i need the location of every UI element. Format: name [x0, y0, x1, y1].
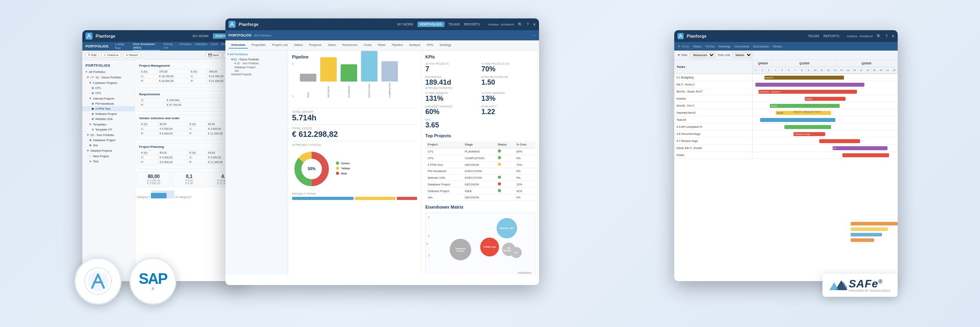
bubble-cp2[interactable]: CP2: [511, 247, 522, 258]
tab-properties[interactable]: Properties: [249, 42, 269, 49]
tree-all-portfolios[interactable]: ▾ All Portfolios: [227, 53, 286, 56]
help-icon[interactable]: ?: [526, 22, 529, 27]
tab-projectlist[interactable]: Project List: [269, 42, 290, 49]
tab-strategy[interactable]: Strategy: [437, 42, 454, 49]
settings-icon[interactable]: ✕: [533, 22, 536, 27]
sidebar-item-internal[interactable]: ▾ Internal Projects: [82, 96, 135, 101]
left-subnav-utilization[interactable]: Utilization: [195, 42, 208, 51]
task-bar-4[interactable]: Klakke: [805, 97, 846, 101]
revert-button[interactable]: ↩ Revert: [123, 53, 140, 58]
task-bar-11[interactable]: Ca: [833, 146, 888, 150]
task-bar-12[interactable]: [842, 153, 889, 157]
tab-dates[interactable]: Dates: [325, 42, 339, 49]
right-nav-docs[interactable]: Documents: [735, 45, 750, 48]
pipeline-title: Pipeline: [292, 54, 417, 59]
table-row: C:€ 4.000,00 C:€ 3.500,00: [140, 155, 239, 160]
right-nav-stream[interactable]: Stream: [773, 45, 782, 48]
sidebar-item-newproject[interactable]: ○ New Project: [82, 153, 135, 159]
center-user[interactable]: kristina - Kristina ▾: [488, 23, 514, 26]
scene: Planforge MY WORK PORTFOLIOS PORTFOLIOS …: [0, 0, 980, 327]
table-row: Jira DECISION 0%: [425, 194, 535, 201]
edit-button[interactable]: ✎ Edit: [85, 53, 99, 58]
sidebar-item-test[interactable]: Test: [82, 159, 135, 164]
left-subnav-costs[interactable]: Costs: [211, 42, 218, 51]
tab-pipeline[interactable]: Pipeline: [389, 42, 406, 49]
task-bar-1[interactable]: David B.: [764, 76, 844, 80]
sidebar-item-cp2[interactable]: CP2: [82, 91, 135, 96]
task-bar-7[interactable]: [760, 118, 835, 122]
sidebar-item-all-portfolios[interactable]: ▾ All Portfolios: [82, 69, 135, 74]
table-row: C:€ 18.150,00 C:€ 22.400,00: [140, 74, 239, 79]
center-nav-teams[interactable]: TEAMS: [448, 22, 460, 26]
week-15: 15: [845, 67, 851, 74]
sidebar-item-software[interactable]: Software Project: [82, 111, 135, 116]
center-nav-mywork[interactable]: MY WORK: [397, 22, 413, 26]
right-nav-teams[interactable]: TEAMS: [808, 34, 819, 38]
bubble-websiteusa[interactable]: Website USA: [497, 218, 517, 238]
status-dot: [498, 182, 501, 185]
tree-item-jira[interactable]: Jira: [227, 69, 286, 72]
task-bar-2[interactable]: [755, 83, 864, 87]
sidebar-item-deleted[interactable]: ▾ Deleted Projects: [82, 148, 135, 153]
tab-analyze[interactable]: Analyze: [407, 42, 423, 49]
task-bar-5[interactable]: Ann/C: [770, 104, 840, 108]
right-search-icon[interactable]: 🔍: [877, 34, 881, 38]
save-button[interactable]: 💾 Save: [206, 53, 221, 58]
tab-resources[interactable]: Resources: [339, 42, 360, 49]
gantt-quarter-row: Q4/2024 Q1/2025 Q2/2025: [753, 60, 898, 67]
week-19: 19: [871, 67, 878, 74]
task-bar-3[interactable]: Romeo/C°, Serge/C°: [759, 90, 857, 94]
sidebar-item-templates[interactable]: ▾ Templates: [82, 122, 135, 127]
left-portfolio-label: PORTFOLIOS: [85, 44, 109, 48]
time-unit-select[interactable]: Weeks: [732, 52, 752, 58]
right-nav-disc[interactable]: Discussions: [753, 45, 769, 48]
task-bar-9[interactable]: ≥ Resolve bugs: [793, 132, 825, 136]
sidebar-item-templatecp[interactable]: Template CP: [82, 127, 135, 132]
tab-costs[interactable]: Costs: [361, 42, 374, 49]
tab-status[interactable]: Status: [291, 42, 306, 49]
right-help-icon[interactable]: ?: [885, 34, 887, 38]
tab-overview[interactable]: Overview: [229, 42, 248, 49]
checkin-button[interactable]: ✓ Check-in: [101, 53, 121, 58]
sidebar-item-jira[interactable]: Jira: [82, 143, 135, 148]
sidebar-item-4ppm[interactable]: 4 PPM Tool: [82, 106, 135, 111]
more-options-button[interactable]: ···: [532, 33, 536, 38]
view-type-select[interactable]: Resources: [690, 52, 715, 58]
left-subnav-activity[interactable]: Activity List: [163, 42, 176, 51]
center-nav-reports[interactable]: REPORTS: [464, 22, 480, 26]
bubble-4ppm[interactable]: 4 PPM Tool: [480, 238, 499, 256]
kpi-nps: NPS 3.65: [425, 118, 535, 129]
task-bar-8[interactable]: [784, 125, 831, 129]
tree-item-02[interactable]: ▾ 02 - Your Portfolio: [227, 62, 286, 65]
sidebar-item-demo[interactable]: ▾ PP 01 - Demo Portfolio: [82, 74, 135, 80]
sidebar-item-db[interactable]: Database Project: [82, 138, 135, 143]
right-user[interactable]: kristina - Kristina ▾: [847, 35, 873, 38]
tab-progress[interactable]: Progress: [306, 42, 324, 49]
tree-item-01[interactable]: ▾ 01 - Demo Portfolio: [227, 58, 286, 61]
left-subnav-schedule[interactable]: Schedule: [179, 42, 191, 51]
task-bar-10[interactable]: [819, 139, 860, 143]
sidebar-item-customer[interactable]: ▾ Customer Projects: [82, 80, 135, 85]
sidebar-item-website[interactable]: Website USA: [82, 116, 135, 122]
eisenhower-title: Eisenhower Matrix: [425, 205, 535, 209]
right-settings-icon[interactable]: ✕: [891, 34, 895, 38]
right-nav-status[interactable]: Status: [693, 45, 701, 48]
tab-kpis[interactable]: KPIs: [424, 42, 436, 49]
bubble-software[interactable]: Software Project: [450, 239, 471, 260]
left-subnav-wbs[interactable]: Work Breakdown (WBS): [133, 42, 160, 51]
tree-item-deleted[interactable]: Deleted Projects: [227, 73, 286, 76]
left-nav-mywork[interactable]: MY WORK: [192, 34, 209, 38]
right-nav-todos[interactable]: To-Dos: [705, 45, 715, 48]
decorative-bars: [851, 222, 898, 242]
right-nav-reports[interactable]: REPORTS: [823, 34, 839, 38]
right-nav-meetings[interactable]: Meetings: [719, 45, 730, 48]
task-name-11: David, Eik P., Gerald: [674, 145, 753, 151]
week-4: 4: [772, 67, 779, 74]
tab-risks[interactable]: Risks: [375, 42, 388, 49]
tree-item-db[interactable]: Database Project: [227, 66, 286, 69]
sidebar-item-yourportfolio[interactable]: ▾ 02 - Your Portfolio: [82, 132, 135, 138]
search-icon[interactable]: 🔍: [518, 22, 523, 27]
center-nav-portfolios[interactable]: PORTFOLIOS: [417, 22, 445, 27]
sidebar-item-cp1[interactable]: CP1: [82, 85, 135, 91]
sidebar-item-pmhandbook[interactable]: PM Handbook: [82, 101, 135, 106]
